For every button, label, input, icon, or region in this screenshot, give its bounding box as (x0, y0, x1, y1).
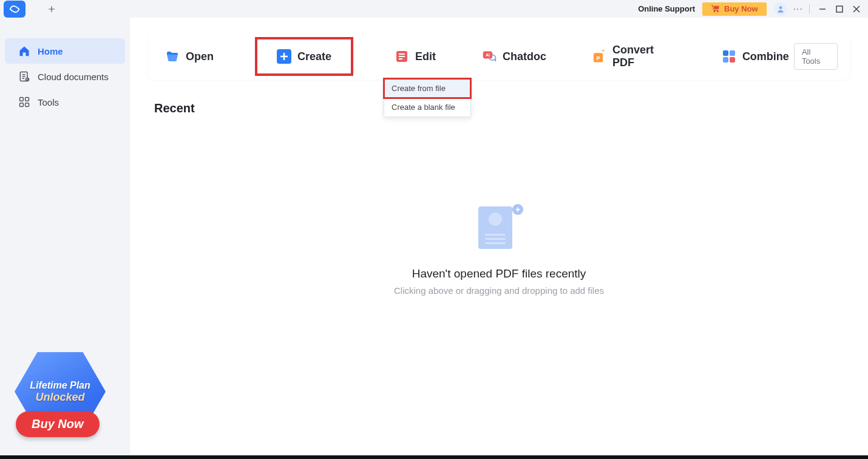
dropdown-create-blank[interactable]: Create a blank file (384, 98, 470, 117)
svg-rect-7 (25, 103, 29, 107)
svg-rect-15 (730, 50, 735, 56)
svg-rect-6 (20, 103, 24, 107)
promo-line2: Unlocked (35, 391, 84, 404)
empty-subtitle: Clicking above or dragging and dropping … (394, 285, 604, 296)
svg-rect-5 (25, 98, 29, 101)
app-logo-icon (4, 1, 25, 18)
convert-icon: P (592, 49, 606, 64)
svg-rect-1 (836, 6, 843, 12)
chatdoc-button[interactable]: AI Chatdoc (477, 47, 551, 66)
tool-label: Combine (742, 50, 789, 63)
svg-point-0 (779, 6, 782, 9)
window-close[interactable] (852, 5, 861, 13)
empty-title: Haven't opened PDF files recently (412, 267, 586, 280)
plus-badge-icon: + (512, 204, 523, 215)
edit-button[interactable]: Edit (390, 47, 441, 66)
titlebar: Online Support Buy Now ··· (0, 0, 868, 18)
plus-square-icon (277, 49, 291, 64)
sidebar-item-home[interactable]: Home (5, 38, 125, 64)
empty-illustration: + (438, 206, 560, 255)
cart-icon (711, 4, 721, 14)
promo-badge[interactable]: Lifetime Plan Unlocked Buy Now (8, 347, 118, 444)
account-avatar[interactable] (774, 2, 787, 16)
tools-grid-icon (18, 96, 30, 108)
more-menu[interactable]: ··· (793, 4, 803, 15)
buy-now-button[interactable]: Buy Now (702, 2, 767, 16)
all-tools-button[interactable]: All Tools (794, 43, 838, 70)
promo-cta[interactable]: Buy Now (16, 411, 100, 437)
tool-label: Create (297, 50, 331, 63)
sidebar: Home Cloud documents Tools Lifetime Plan… (0, 18, 130, 455)
folder-icon (165, 49, 180, 64)
svg-text:P: P (596, 55, 600, 61)
tool-label: Edit (415, 50, 436, 63)
window-minimize[interactable] (818, 5, 827, 13)
svg-rect-16 (723, 57, 728, 63)
tool-label: Convert PDF (612, 44, 676, 69)
new-tab-button[interactable] (44, 1, 59, 17)
tool-label: Open (186, 50, 214, 63)
svg-rect-4 (20, 98, 24, 101)
dropdown-create-from-file[interactable]: Create from file (384, 79, 470, 98)
promo-line1: Lifetime Plan (30, 380, 90, 391)
sidebar-item-label: Tools (38, 97, 59, 107)
svg-text:AI: AI (486, 53, 490, 57)
online-support-link[interactable]: Online Support (638, 4, 695, 13)
sidebar-item-label: Cloud documents (38, 72, 109, 82)
combine-icon (722, 49, 736, 64)
svg-rect-17 (730, 57, 735, 63)
user-icon (776, 5, 785, 13)
sidebar-item-cloud-documents[interactable]: Cloud documents (5, 64, 125, 89)
sidebar-item-label: Home (38, 46, 63, 56)
action-toolbar: Open Create Edit AI Chatdoc P Convert PD… (148, 33, 850, 80)
convert-pdf-button[interactable]: P Convert PDF (588, 41, 680, 72)
open-button[interactable]: Open (160, 47, 219, 66)
edit-doc-icon (395, 49, 409, 64)
cloud-doc-icon (18, 70, 30, 83)
recent-heading: Recent (130, 80, 868, 115)
combine-button[interactable]: Combine (717, 47, 794, 66)
sidebar-item-tools[interactable]: Tools (5, 89, 125, 115)
taskbar-strip (0, 455, 868, 459)
empty-state: + Haven't opened PDF files recently Clic… (130, 206, 868, 296)
content-area: Open Create Edit AI Chatdoc P Convert PD… (130, 18, 868, 455)
chatdoc-icon: AI (482, 49, 497, 64)
create-button[interactable]: Create (255, 37, 353, 76)
home-icon (18, 45, 30, 57)
tool-label: Chatdoc (503, 50, 546, 63)
window-maximize[interactable] (835, 5, 844, 13)
svg-rect-14 (723, 50, 728, 56)
create-dropdown: Create from file Create a blank file (384, 78, 471, 117)
buy-now-label: Buy Now (724, 4, 758, 13)
